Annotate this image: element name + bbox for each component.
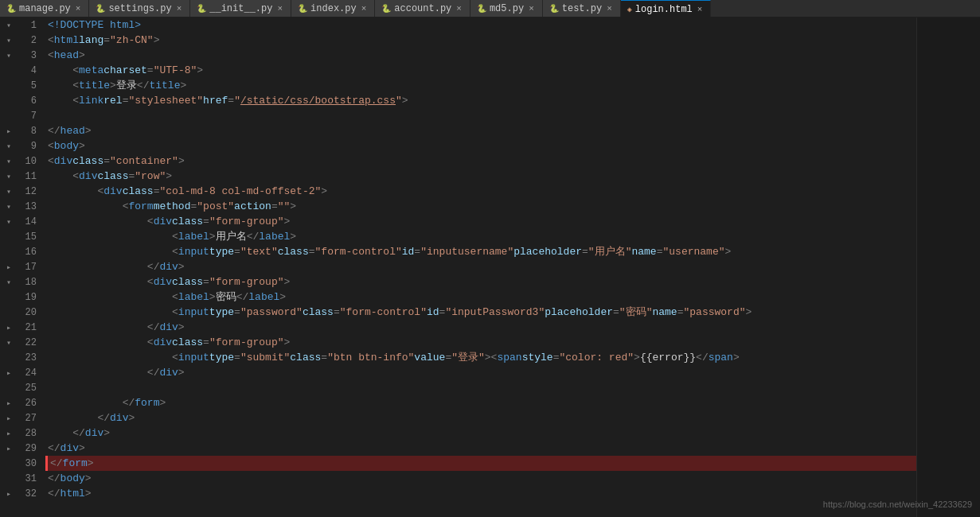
line-number-3: 3 — [18, 48, 41, 63]
line-number-25: 25 — [18, 380, 41, 395]
fold-indicator-9[interactable]: ▾ — [0, 138, 18, 154]
fold-indicator-29[interactable]: ▸ — [0, 441, 18, 456]
fold-indicator-32[interactable]: ▸ — [0, 486, 18, 501]
code-line-4: <meta charset="UTF-8"> — [48, 63, 916, 78]
settings-close-icon[interactable]: × — [175, 4, 184, 14]
tab-init[interactable]: 🐍__init__.py× — [190, 0, 291, 17]
code-line-12: <div class="col-md-8 col-md-offset-2"> — [48, 184, 916, 199]
tab-settings[interactable]: 🐍settings.py× — [89, 0, 190, 17]
test-tab-label: test.py — [562, 3, 602, 14]
index-tab-icon: 🐍 — [298, 4, 307, 14]
line-number-2: 2 — [18, 33, 41, 48]
line-number-27: 27 — [18, 410, 41, 426]
tab-index[interactable]: 🐍index.py× — [291, 0, 375, 17]
line-number-24: 24 — [18, 365, 41, 380]
tab-test[interactable]: 🐍test.py× — [543, 0, 621, 17]
fold-indicator-30 — [0, 456, 18, 471]
line-number-5: 5 — [18, 78, 41, 93]
code-line-29: </div> — [48, 441, 916, 456]
line-number-1: 1 — [18, 17, 41, 33]
fold-indicator-26[interactable]: ▸ — [0, 395, 18, 410]
line-number-31: 31 — [18, 471, 41, 486]
md5-close-icon[interactable]: × — [527, 4, 536, 14]
fold-indicator-18[interactable]: ▾ — [0, 274, 18, 290]
line-number-14: 14 — [18, 214, 41, 229]
init-close-icon[interactable]: × — [275, 4, 284, 14]
fold-indicator-4 — [0, 63, 18, 78]
code-line-9: <body> — [48, 138, 916, 154]
fold-indicator-20 — [0, 305, 18, 320]
test-tab-icon: 🐍 — [549, 4, 559, 14]
fold-indicator-22[interactable]: ▾ — [0, 335, 18, 350]
code-line-5: <title>登录</title> — [48, 78, 916, 93]
line-number-28: 28 — [18, 426, 41, 441]
account-close-icon[interactable]: × — [455, 4, 463, 14]
fold-indicator-13[interactable]: ▾ — [0, 199, 18, 214]
index-close-icon[interactable]: × — [360, 4, 369, 14]
code-line-3: <head> — [48, 48, 916, 63]
fold-indicator-11[interactable]: ▾ — [0, 169, 18, 184]
tab-account[interactable]: 🐍account.py× — [375, 0, 470, 17]
fold-indicator-28[interactable]: ▸ — [0, 426, 18, 441]
code-line-23: <input type="submit" class="btn btn-info… — [48, 350, 916, 365]
fold-indicator-24[interactable]: ▸ — [0, 365, 18, 380]
manage-close-icon[interactable]: × — [74, 4, 83, 14]
fold-indicator-21[interactable]: ▸ — [0, 320, 18, 335]
minimap — [916, 17, 980, 517]
line-number-7: 7 — [18, 108, 41, 123]
login-tab-label: login.html — [635, 4, 693, 15]
index-tab-label: index.py — [310, 3, 357, 14]
tab-login[interactable]: ◈login.html× — [621, 0, 712, 17]
editor-container: ▾▾▾▸▾▾▾▾▾▾▸▾▸▾▸▸▸▸▸▸ 1234567891011121314… — [0, 17, 980, 517]
line-number-22: 22 — [18, 335, 41, 350]
login-close-icon[interactable]: × — [696, 5, 705, 14]
code-line-2: <html lang="zh-CN"> — [48, 33, 916, 48]
md5-tab-label: md5.py — [490, 3, 524, 14]
line-number-6: 6 — [18, 93, 41, 108]
code-line-13: <form method="post" action=""> — [48, 199, 916, 214]
code-line-21: </div> — [48, 320, 916, 335]
tab-bar: 🐍manage.py×🐍settings.py×🐍__init__.py×🐍in… — [0, 0, 980, 17]
account-tab-label: account.py — [394, 3, 451, 14]
fold-indicator-10[interactable]: ▾ — [0, 154, 18, 169]
code-line-27: </div> — [48, 410, 916, 426]
watermark: https://blog.csdn.net/weixin_42233629 — [823, 500, 972, 509]
code-line-7 — [48, 108, 916, 123]
init-tab-icon: 🐍 — [197, 4, 206, 14]
line-number-15: 15 — [18, 229, 41, 244]
fold-indicator-12[interactable]: ▾ — [0, 184, 18, 199]
account-tab-icon: 🐍 — [381, 4, 391, 14]
code-line-19: <label>密码</label> — [48, 290, 916, 305]
settings-tab-label: settings.py — [108, 3, 171, 14]
fold-indicator-3[interactable]: ▾ — [0, 48, 18, 63]
code-line-15: <label>用户名</label> — [48, 229, 916, 244]
code-line-17: </div> — [48, 259, 916, 274]
code-line-14: <div class="form-group"> — [48, 214, 916, 229]
fold-indicator-2[interactable]: ▾ — [0, 33, 18, 48]
code-line-22: <div class="form-group"> — [48, 335, 916, 350]
line-number-23: 23 — [18, 350, 41, 365]
fold-indicator-8[interactable]: ▸ — [0, 123, 18, 138]
line-number-12: 12 — [18, 184, 41, 199]
code-area[interactable]: <!DOCTYPE html><html lang="zh-CN"><head>… — [41, 17, 916, 517]
fold-indicator-1[interactable]: ▾ — [0, 17, 18, 33]
test-close-icon[interactable]: × — [605, 4, 614, 14]
fold-indicator-7 — [0, 108, 18, 123]
line-number-20: 20 — [18, 305, 41, 320]
fold-indicator-19 — [0, 290, 18, 305]
fold-indicator-27[interactable]: ▸ — [0, 410, 18, 426]
fold-indicator-31 — [0, 471, 18, 486]
code-line-30: </form> — [45, 456, 916, 471]
code-line-8: </head> — [48, 123, 916, 138]
fold-gutter: ▾▾▾▸▾▾▾▾▾▾▸▾▸▾▸▸▸▸▸▸ — [0, 17, 18, 517]
fold-indicator-17[interactable]: ▸ — [0, 259, 18, 274]
line-number-17: 17 — [18, 259, 41, 274]
line-number-18: 18 — [18, 274, 41, 290]
line-numbers: 1234567891011121314151617181920212223242… — [18, 17, 41, 517]
init-tab-label: __init__.py — [209, 3, 272, 14]
tab-manage[interactable]: 🐍manage.py× — [0, 0, 89, 17]
code-line-10: <div class="container"> — [48, 154, 916, 169]
tab-md5[interactable]: 🐍md5.py× — [470, 0, 543, 17]
fold-indicator-14[interactable]: ▾ — [0, 214, 18, 229]
line-number-26: 26 — [18, 395, 41, 410]
